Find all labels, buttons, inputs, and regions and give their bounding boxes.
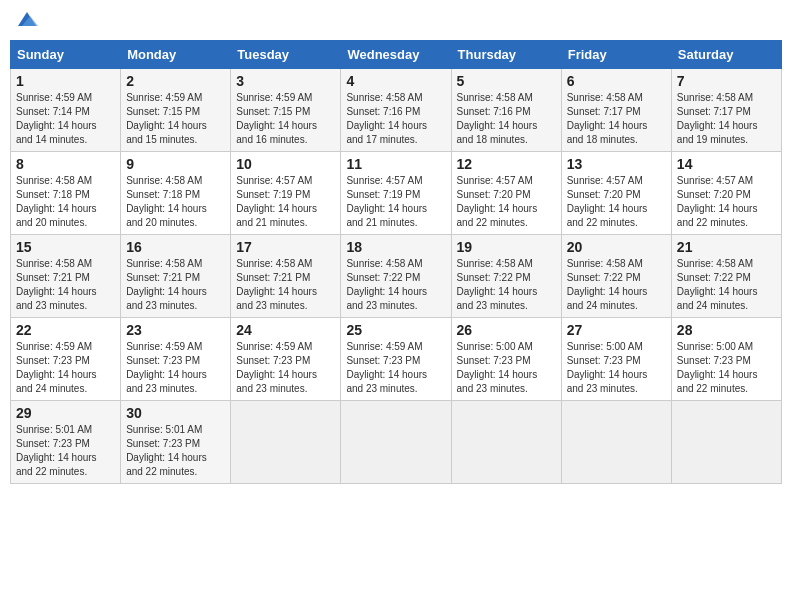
calendar-table: SundayMondayTuesdayWednesdayThursdayFrid… xyxy=(10,40,782,484)
header-saturday: Saturday xyxy=(671,41,781,69)
header-sunday: Sunday xyxy=(11,41,121,69)
day-cell: 12Sunrise: 4:57 AMSunset: 7:20 PMDayligh… xyxy=(451,152,561,235)
day-cell xyxy=(231,401,341,484)
day-cell: 8Sunrise: 4:58 AMSunset: 7:18 PMDaylight… xyxy=(11,152,121,235)
logo xyxy=(14,16,38,26)
day-cell xyxy=(341,401,451,484)
day-cell: 26Sunrise: 5:00 AMSunset: 7:23 PMDayligh… xyxy=(451,318,561,401)
day-number: 13 xyxy=(567,156,666,172)
day-number: 19 xyxy=(457,239,556,255)
header-thursday: Thursday xyxy=(451,41,561,69)
day-info: Sunrise: 4:58 AMSunset: 7:21 PMDaylight:… xyxy=(126,257,225,313)
day-info: Sunrise: 4:59 AMSunset: 7:23 PMDaylight:… xyxy=(126,340,225,396)
day-info: Sunrise: 4:58 AMSunset: 7:16 PMDaylight:… xyxy=(457,91,556,147)
day-cell: 1Sunrise: 4:59 AMSunset: 7:14 PMDaylight… xyxy=(11,69,121,152)
day-cell: 9Sunrise: 4:58 AMSunset: 7:18 PMDaylight… xyxy=(121,152,231,235)
day-cell: 15Sunrise: 4:58 AMSunset: 7:21 PMDayligh… xyxy=(11,235,121,318)
day-number: 20 xyxy=(567,239,666,255)
day-cell: 16Sunrise: 4:58 AMSunset: 7:21 PMDayligh… xyxy=(121,235,231,318)
day-info: Sunrise: 4:57 AMSunset: 7:20 PMDaylight:… xyxy=(567,174,666,230)
day-number: 11 xyxy=(346,156,445,172)
day-cell: 24Sunrise: 4:59 AMSunset: 7:23 PMDayligh… xyxy=(231,318,341,401)
day-info: Sunrise: 4:59 AMSunset: 7:23 PMDaylight:… xyxy=(16,340,115,396)
day-number: 1 xyxy=(16,73,115,89)
day-number: 30 xyxy=(126,405,225,421)
day-info: Sunrise: 4:57 AMSunset: 7:20 PMDaylight:… xyxy=(677,174,776,230)
logo-icon xyxy=(16,8,38,30)
day-number: 22 xyxy=(16,322,115,338)
week-row-3: 15Sunrise: 4:58 AMSunset: 7:21 PMDayligh… xyxy=(11,235,782,318)
day-cell: 25Sunrise: 4:59 AMSunset: 7:23 PMDayligh… xyxy=(341,318,451,401)
day-number: 14 xyxy=(677,156,776,172)
day-number: 3 xyxy=(236,73,335,89)
day-info: Sunrise: 5:01 AMSunset: 7:23 PMDaylight:… xyxy=(126,423,225,479)
day-info: Sunrise: 5:01 AMSunset: 7:23 PMDaylight:… xyxy=(16,423,115,479)
day-cell: 11Sunrise: 4:57 AMSunset: 7:19 PMDayligh… xyxy=(341,152,451,235)
week-row-5: 29Sunrise: 5:01 AMSunset: 7:23 PMDayligh… xyxy=(11,401,782,484)
day-cell: 13Sunrise: 4:57 AMSunset: 7:20 PMDayligh… xyxy=(561,152,671,235)
day-number: 4 xyxy=(346,73,445,89)
day-number: 2 xyxy=(126,73,225,89)
day-info: Sunrise: 4:58 AMSunset: 7:22 PMDaylight:… xyxy=(567,257,666,313)
day-cell xyxy=(671,401,781,484)
day-cell: 29Sunrise: 5:01 AMSunset: 7:23 PMDayligh… xyxy=(11,401,121,484)
day-info: Sunrise: 4:58 AMSunset: 7:21 PMDaylight:… xyxy=(236,257,335,313)
day-cell: 17Sunrise: 4:58 AMSunset: 7:21 PMDayligh… xyxy=(231,235,341,318)
day-info: Sunrise: 4:57 AMSunset: 7:20 PMDaylight:… xyxy=(457,174,556,230)
day-info: Sunrise: 4:58 AMSunset: 7:22 PMDaylight:… xyxy=(677,257,776,313)
day-number: 27 xyxy=(567,322,666,338)
day-number: 8 xyxy=(16,156,115,172)
day-number: 7 xyxy=(677,73,776,89)
header xyxy=(10,10,782,32)
header-friday: Friday xyxy=(561,41,671,69)
day-info: Sunrise: 5:00 AMSunset: 7:23 PMDaylight:… xyxy=(457,340,556,396)
day-number: 28 xyxy=(677,322,776,338)
day-number: 23 xyxy=(126,322,225,338)
day-cell: 3Sunrise: 4:59 AMSunset: 7:15 PMDaylight… xyxy=(231,69,341,152)
day-info: Sunrise: 5:00 AMSunset: 7:23 PMDaylight:… xyxy=(677,340,776,396)
day-cell: 22Sunrise: 4:59 AMSunset: 7:23 PMDayligh… xyxy=(11,318,121,401)
day-cell: 4Sunrise: 4:58 AMSunset: 7:16 PMDaylight… xyxy=(341,69,451,152)
day-cell: 14Sunrise: 4:57 AMSunset: 7:20 PMDayligh… xyxy=(671,152,781,235)
day-cell: 5Sunrise: 4:58 AMSunset: 7:16 PMDaylight… xyxy=(451,69,561,152)
day-number: 16 xyxy=(126,239,225,255)
day-cell: 21Sunrise: 4:58 AMSunset: 7:22 PMDayligh… xyxy=(671,235,781,318)
day-cell: 30Sunrise: 5:01 AMSunset: 7:23 PMDayligh… xyxy=(121,401,231,484)
header-wednesday: Wednesday xyxy=(341,41,451,69)
header-tuesday: Tuesday xyxy=(231,41,341,69)
day-cell: 18Sunrise: 4:58 AMSunset: 7:22 PMDayligh… xyxy=(341,235,451,318)
header-monday: Monday xyxy=(121,41,231,69)
day-info: Sunrise: 4:57 AMSunset: 7:19 PMDaylight:… xyxy=(236,174,335,230)
day-number: 26 xyxy=(457,322,556,338)
day-cell: 23Sunrise: 4:59 AMSunset: 7:23 PMDayligh… xyxy=(121,318,231,401)
day-info: Sunrise: 4:59 AMSunset: 7:14 PMDaylight:… xyxy=(16,91,115,147)
day-info: Sunrise: 4:58 AMSunset: 7:22 PMDaylight:… xyxy=(346,257,445,313)
day-cell xyxy=(561,401,671,484)
day-cell: 20Sunrise: 4:58 AMSunset: 7:22 PMDayligh… xyxy=(561,235,671,318)
day-info: Sunrise: 4:58 AMSunset: 7:16 PMDaylight:… xyxy=(346,91,445,147)
day-cell: 6Sunrise: 4:58 AMSunset: 7:17 PMDaylight… xyxy=(561,69,671,152)
day-info: Sunrise: 4:59 AMSunset: 7:15 PMDaylight:… xyxy=(126,91,225,147)
day-info: Sunrise: 4:58 AMSunset: 7:17 PMDaylight:… xyxy=(677,91,776,147)
day-number: 12 xyxy=(457,156,556,172)
day-info: Sunrise: 4:57 AMSunset: 7:19 PMDaylight:… xyxy=(346,174,445,230)
day-cell: 19Sunrise: 4:58 AMSunset: 7:22 PMDayligh… xyxy=(451,235,561,318)
day-cell: 2Sunrise: 4:59 AMSunset: 7:15 PMDaylight… xyxy=(121,69,231,152)
day-number: 15 xyxy=(16,239,115,255)
week-row-1: 1Sunrise: 4:59 AMSunset: 7:14 PMDaylight… xyxy=(11,69,782,152)
day-info: Sunrise: 4:59 AMSunset: 7:15 PMDaylight:… xyxy=(236,91,335,147)
day-info: Sunrise: 4:58 AMSunset: 7:17 PMDaylight:… xyxy=(567,91,666,147)
day-number: 25 xyxy=(346,322,445,338)
header-row: SundayMondayTuesdayWednesdayThursdayFrid… xyxy=(11,41,782,69)
day-number: 9 xyxy=(126,156,225,172)
day-number: 18 xyxy=(346,239,445,255)
day-number: 21 xyxy=(677,239,776,255)
day-info: Sunrise: 4:59 AMSunset: 7:23 PMDaylight:… xyxy=(346,340,445,396)
day-number: 17 xyxy=(236,239,335,255)
day-info: Sunrise: 4:58 AMSunset: 7:21 PMDaylight:… xyxy=(16,257,115,313)
day-number: 10 xyxy=(236,156,335,172)
day-number: 29 xyxy=(16,405,115,421)
day-cell xyxy=(451,401,561,484)
day-cell: 7Sunrise: 4:58 AMSunset: 7:17 PMDaylight… xyxy=(671,69,781,152)
day-number: 5 xyxy=(457,73,556,89)
